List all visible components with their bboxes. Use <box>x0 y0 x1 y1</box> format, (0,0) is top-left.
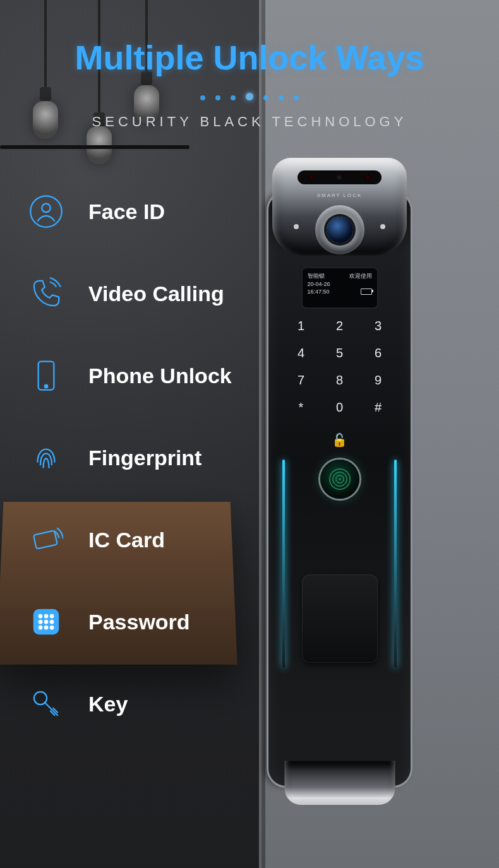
lock-camera-housing: SMART LOCK <box>272 158 407 256</box>
lock-base-chrome <box>284 761 395 805</box>
battery-icon <box>361 288 372 295</box>
keypad-grid-icon <box>28 603 64 640</box>
feature-face-id: Face ID <box>28 170 232 253</box>
push-plate[interactable] <box>302 574 378 663</box>
camera-bezel <box>315 205 364 254</box>
feature-label: Phone Unlock <box>88 364 232 388</box>
card-swipe-icon <box>28 521 64 558</box>
feature-label: Fingerprint <box>88 446 201 470</box>
feature-password: Password <box>28 581 232 663</box>
feature-video-calling: Video Calling <box>28 253 232 335</box>
feature-fingerprint: Fingerprint <box>28 417 232 499</box>
lock-display: 智能锁欢迎使用 20-04-26 16:47:50 <box>303 268 377 307</box>
device-brand-label: SMART LOCK <box>272 193 407 198</box>
feature-phone-unlock: Phone Unlock <box>28 335 232 417</box>
svg-point-3 <box>45 385 48 388</box>
page-title: Multiple Unlock Ways <box>0 38 499 77</box>
keypad-key[interactable]: 9 <box>368 373 388 388</box>
svg-point-10 <box>44 620 49 624</box>
numeric-keypad: 1 2 3 4 5 6 7 8 9 * 0 # <box>291 319 388 415</box>
svg-point-1 <box>42 204 51 213</box>
keypad-key[interactable]: * <box>291 400 311 415</box>
feature-key: Key <box>28 663 232 745</box>
feature-label: Video Calling <box>88 282 224 306</box>
svg-point-12 <box>39 626 43 630</box>
key-icon <box>28 686 64 722</box>
keypad-key[interactable]: 1 <box>291 319 311 333</box>
feature-label: Key <box>88 692 128 716</box>
fill-light <box>380 224 385 229</box>
svg-point-13 <box>44 626 49 630</box>
feature-label: Face ID <box>88 199 165 224</box>
keypad-key[interactable]: 8 <box>329 373 350 388</box>
svg-point-14 <box>50 626 54 630</box>
feature-ic-card: IC Card <box>28 499 232 581</box>
svg-point-11 <box>50 620 54 624</box>
screen-text: 欢迎使用 <box>349 272 372 280</box>
accent-light-right <box>394 460 397 668</box>
svg-rect-4 <box>33 530 57 549</box>
feature-list: Face ID Video Calling Phone Unlock Finge… <box>28 170 232 745</box>
face-id-icon <box>28 193 64 230</box>
keypad-key[interactable]: 4 <box>291 346 311 360</box>
screen-text: 智能锁 <box>308 272 325 280</box>
keypad-key[interactable]: 6 <box>368 346 388 360</box>
svg-point-8 <box>50 614 54 619</box>
divider-dots <box>0 92 499 103</box>
ir-sensor-bar <box>298 170 382 184</box>
keypad-key[interactable]: 7 <box>291 373 311 388</box>
feature-label: IC Card <box>88 528 165 552</box>
accent-light-left <box>282 460 285 668</box>
fingerprint-sensor[interactable] <box>320 460 359 499</box>
fill-light <box>294 224 299 229</box>
lock-status-icon: 🔓 <box>332 432 347 448</box>
keypad-key[interactable]: 0 <box>329 400 350 415</box>
ceiling-bar <box>0 145 189 149</box>
feature-label: Password <box>88 610 190 634</box>
page-subtitle: SECURITY BLACK TECHNOLOGY <box>0 114 499 130</box>
keypad-key[interactable]: 5 <box>329 346 350 360</box>
product-infographic: Multiple Unlock Ways SECURITY BLACK TECH… <box>0 0 499 868</box>
keypad-key[interactable]: # <box>368 400 388 415</box>
keypad-key[interactable]: 2 <box>329 319 350 333</box>
smartphone-icon <box>28 357 64 394</box>
keypad-key[interactable]: 3 <box>368 319 388 333</box>
svg-point-9 <box>39 620 43 624</box>
svg-point-6 <box>39 614 43 619</box>
screen-time: 16:47:50 <box>308 288 330 296</box>
phone-call-icon <box>28 275 64 312</box>
smart-lock-device: SMART LOCK 智能锁欢迎使用 20-04-26 16:47:50 1 2… <box>268 158 411 808</box>
svg-point-7 <box>44 614 49 619</box>
screen-date: 20-04-26 <box>308 280 330 288</box>
camera-lens <box>327 217 353 243</box>
fingerprint-icon <box>28 439 64 476</box>
